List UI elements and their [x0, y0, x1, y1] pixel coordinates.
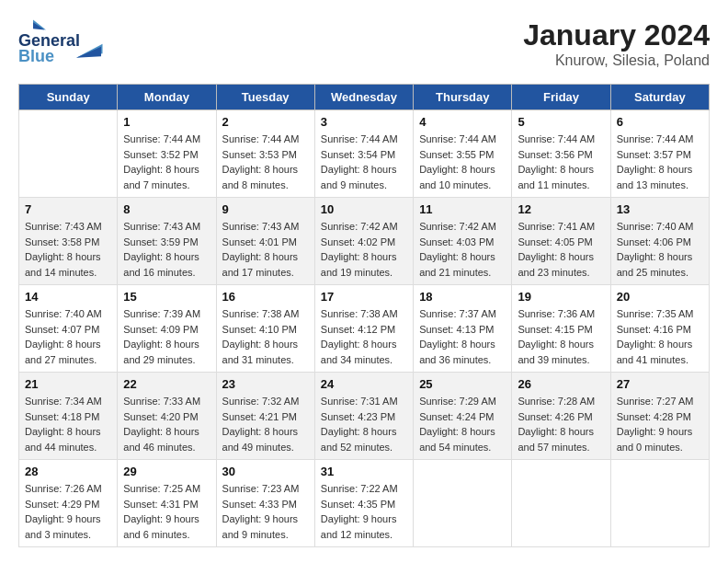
day-number: 14 [25, 290, 111, 304]
week-row-3: 14Sunrise: 7:40 AM Sunset: 4:07 PM Dayli… [19, 285, 710, 373]
day-number: 29 [123, 465, 210, 478]
day-number: 12 [518, 202, 604, 216]
calendar-cell: 2Sunrise: 7:44 AM Sunset: 3:53 PM Daylig… [216, 110, 314, 198]
calendar-cell [610, 460, 709, 547]
day-detail: Sunrise: 7:26 AM Sunset: 4:29 PM Dayligh… [25, 481, 111, 542]
weekday-header-monday: Monday [118, 85, 216, 110]
calendar-cell: 26Sunrise: 7:28 AM Sunset: 4:26 PM Dayli… [512, 373, 610, 460]
calendar-cell: 30Sunrise: 7:23 AM Sunset: 4:33 PM Dayli… [216, 460, 314, 547]
week-row-4: 21Sunrise: 7:34 AM Sunset: 4:18 PM Dayli… [19, 373, 710, 460]
calendar-cell: 10Sunrise: 7:42 AM Sunset: 4:02 PM Dayli… [314, 198, 413, 285]
day-detail: Sunrise: 7:43 AM Sunset: 4:01 PM Dayligh… [222, 219, 309, 280]
calendar-cell: 19Sunrise: 7:36 AM Sunset: 4:15 PM Dayli… [512, 285, 610, 373]
day-number: 5 [518, 115, 604, 129]
week-row-2: 7Sunrise: 7:43 AM Sunset: 3:58 PM Daylig… [19, 198, 710, 285]
day-number: 28 [25, 465, 111, 478]
day-number: 8 [123, 202, 210, 216]
day-detail: Sunrise: 7:22 AM Sunset: 4:35 PM Dayligh… [321, 481, 407, 542]
calendar-cell: 3Sunrise: 7:44 AM Sunset: 3:54 PM Daylig… [314, 110, 413, 198]
calendar-cell: 17Sunrise: 7:38 AM Sunset: 4:12 PM Dayli… [314, 285, 413, 373]
calendar-cell: 8Sunrise: 7:43 AM Sunset: 3:59 PM Daylig… [118, 198, 216, 285]
day-number: 24 [321, 377, 407, 391]
week-row-1: 1Sunrise: 7:44 AM Sunset: 3:52 PM Daylig… [19, 110, 710, 198]
calendar-cell: 13Sunrise: 7:40 AM Sunset: 4:06 PM Dayli… [610, 198, 709, 285]
calendar-cell: 31Sunrise: 7:22 AM Sunset: 4:35 PM Dayli… [314, 460, 413, 547]
day-number: 20 [617, 290, 703, 304]
day-detail: Sunrise: 7:36 AM Sunset: 4:15 PM Dayligh… [518, 306, 604, 367]
calendar-cell: 15Sunrise: 7:39 AM Sunset: 4:09 PM Dayli… [118, 285, 216, 373]
calendar-cell: 11Sunrise: 7:42 AM Sunset: 4:03 PM Dayli… [414, 198, 512, 285]
day-detail: Sunrise: 7:42 AM Sunset: 4:02 PM Dayligh… [321, 219, 407, 280]
calendar-cell: 16Sunrise: 7:38 AM Sunset: 4:10 PM Dayli… [216, 285, 314, 373]
day-number: 10 [321, 202, 407, 216]
day-number: 11 [419, 202, 506, 216]
day-number: 30 [222, 465, 309, 478]
day-number: 18 [419, 290, 506, 304]
day-detail: Sunrise: 7:43 AM Sunset: 3:58 PM Dayligh… [25, 219, 111, 280]
day-detail: Sunrise: 7:43 AM Sunset: 3:59 PM Dayligh… [123, 219, 210, 280]
day-detail: Sunrise: 7:31 AM Sunset: 4:23 PM Dayligh… [321, 394, 407, 454]
calendar-cell [19, 110, 118, 198]
calendar-cell: 9Sunrise: 7:43 AM Sunset: 4:01 PM Daylig… [216, 198, 314, 285]
calendar-cell: 24Sunrise: 7:31 AM Sunset: 4:23 PM Dayli… [314, 373, 413, 460]
day-detail: Sunrise: 7:38 AM Sunset: 4:12 PM Dayligh… [321, 306, 407, 367]
day-number: 26 [518, 377, 604, 391]
calendar-cell: 27Sunrise: 7:27 AM Sunset: 4:28 PM Dayli… [610, 373, 709, 460]
day-number: 16 [222, 290, 309, 304]
day-number: 13 [617, 202, 703, 216]
calendar-cell: 7Sunrise: 7:43 AM Sunset: 3:58 PM Daylig… [19, 198, 118, 285]
weekday-header-wednesday: Wednesday [314, 85, 413, 110]
calendar-cell: 22Sunrise: 7:33 AM Sunset: 4:20 PM Dayli… [118, 373, 216, 460]
day-number: 21 [25, 377, 111, 391]
page-header: General Blue January 2024 Knurow, Silesi… [18, 18, 710, 69]
calendar-cell: 12Sunrise: 7:41 AM Sunset: 4:05 PM Dayli… [512, 198, 610, 285]
calendar-cell: 29Sunrise: 7:25 AM Sunset: 4:31 PM Dayli… [118, 460, 216, 547]
page-title: January 2024 [523, 18, 710, 52]
logo-wing-large [76, 35, 104, 63]
day-detail: Sunrise: 7:23 AM Sunset: 4:33 PM Dayligh… [222, 481, 309, 542]
weekday-header-tuesday: Tuesday [216, 85, 314, 110]
title-block: January 2024 Knurow, Silesia, Poland [523, 18, 710, 69]
day-number: 2 [222, 115, 309, 129]
day-number: 25 [419, 377, 506, 391]
calendar-cell: 20Sunrise: 7:35 AM Sunset: 4:16 PM Dayli… [610, 285, 709, 373]
day-detail: Sunrise: 7:44 AM Sunset: 3:55 PM Dayligh… [419, 132, 506, 192]
week-row-5: 28Sunrise: 7:26 AM Sunset: 4:29 PM Dayli… [19, 460, 710, 547]
calendar-cell: 18Sunrise: 7:37 AM Sunset: 4:13 PM Dayli… [414, 285, 512, 373]
day-detail: Sunrise: 7:41 AM Sunset: 4:05 PM Dayligh… [518, 219, 604, 280]
day-number: 27 [617, 377, 703, 391]
calendar-cell: 4Sunrise: 7:44 AM Sunset: 3:55 PM Daylig… [414, 110, 512, 198]
day-detail: Sunrise: 7:28 AM Sunset: 4:26 PM Dayligh… [518, 394, 604, 454]
calendar-table: SundayMondayTuesdayWednesdayThursdayFrid… [18, 84, 710, 547]
calendar-cell [512, 460, 610, 547]
day-detail: Sunrise: 7:40 AM Sunset: 4:07 PM Dayligh… [25, 306, 111, 367]
weekday-header-saturday: Saturday [610, 85, 709, 110]
weekday-header-row: SundayMondayTuesdayWednesdayThursdayFrid… [19, 85, 710, 110]
day-detail: Sunrise: 7:38 AM Sunset: 4:10 PM Dayligh… [222, 306, 309, 367]
calendar-cell: 1Sunrise: 7:44 AM Sunset: 3:52 PM Daylig… [118, 110, 216, 198]
day-detail: Sunrise: 7:34 AM Sunset: 4:18 PM Dayligh… [25, 394, 111, 454]
logo-icon [20, 18, 46, 31]
day-number: 19 [518, 290, 604, 304]
day-detail: Sunrise: 7:44 AM Sunset: 3:57 PM Dayligh… [617, 132, 703, 192]
day-detail: Sunrise: 7:44 AM Sunset: 3:56 PM Dayligh… [518, 132, 604, 192]
calendar-cell: 6Sunrise: 7:44 AM Sunset: 3:57 PM Daylig… [610, 110, 709, 198]
day-detail: Sunrise: 7:29 AM Sunset: 4:24 PM Dayligh… [419, 394, 506, 454]
calendar-cell: 28Sunrise: 7:26 AM Sunset: 4:29 PM Dayli… [19, 460, 118, 547]
day-number: 1 [123, 115, 210, 129]
day-detail: Sunrise: 7:39 AM Sunset: 4:09 PM Dayligh… [123, 306, 210, 367]
day-detail: Sunrise: 7:35 AM Sunset: 4:16 PM Dayligh… [617, 306, 703, 367]
calendar-cell [414, 460, 512, 547]
day-number: 22 [123, 377, 210, 391]
day-detail: Sunrise: 7:44 AM Sunset: 3:54 PM Dayligh… [321, 132, 407, 192]
day-number: 9 [222, 202, 309, 216]
day-number: 17 [321, 290, 407, 304]
page-subtitle: Knurow, Silesia, Poland [523, 52, 710, 69]
day-detail: Sunrise: 7:25 AM Sunset: 4:31 PM Dayligh… [123, 481, 210, 542]
weekday-header-sunday: Sunday [19, 85, 118, 110]
day-number: 7 [25, 202, 111, 216]
calendar-cell: 5Sunrise: 7:44 AM Sunset: 3:56 PM Daylig… [512, 110, 610, 198]
day-detail: Sunrise: 7:44 AM Sunset: 3:52 PM Dayligh… [123, 132, 210, 192]
day-detail: Sunrise: 7:33 AM Sunset: 4:20 PM Dayligh… [123, 394, 210, 454]
day-detail: Sunrise: 7:37 AM Sunset: 4:13 PM Dayligh… [419, 306, 506, 367]
